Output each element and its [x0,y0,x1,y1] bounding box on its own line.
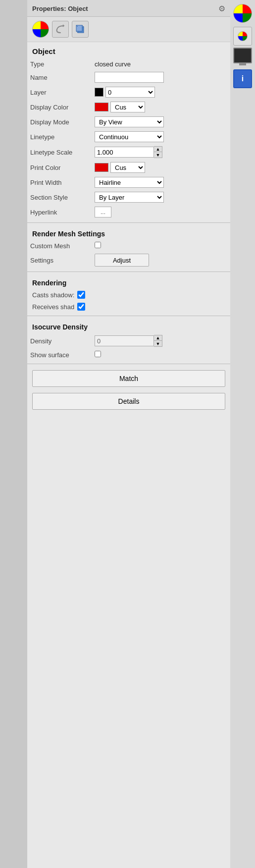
display-mode-row: Display Mode By View [27,114,230,129]
right-icons-panel: i [230,0,255,868]
custom-mesh-check-cell [92,240,230,252]
print-width-row: Print Width Hairline [27,175,230,190]
right-monitor-icon[interactable] [233,48,252,63]
linetype-scale-down[interactable]: ▼ [154,152,162,158]
custom-mesh-label: Custom Mesh [27,240,92,252]
adjust-button[interactable]: Adjust [95,254,149,267]
custom-mesh-row: Custom Mesh [27,240,230,252]
linetype-scale-row: Linetype Scale ▲ ▼ [27,144,230,160]
hyperlink-value-cell: ... [92,205,230,219]
density-value-cell: ▲ ▼ [92,333,230,349]
linetype-scale-label: Linetype Scale [27,144,92,160]
casts-shadow-label: Casts shadow: [32,291,74,299]
casts-shadow-checkbox[interactable] [77,291,85,299]
divider-2 [27,271,230,272]
type-value: closed curve [92,58,230,70]
display-mode-label: Display Mode [27,114,92,129]
display-mode-select[interactable]: By View [95,116,164,127]
casts-shadow-row: Casts shadow: [27,289,230,301]
rendering-title: Rendering [27,275,230,289]
right-color-icon[interactable] [233,27,252,46]
linetype-scale-up[interactable]: ▲ [154,147,162,152]
divider-3 [27,316,230,316]
left-strip [0,0,27,868]
layer-value-cell: 0 [92,85,230,100]
receives-shad-checkbox[interactable] [77,303,85,311]
print-width-value-cell: Hairline [92,175,230,190]
gear-icon[interactable]: ⚙ [218,4,225,13]
properties-table: Type closed curve Name Layer [27,58,230,219]
custom-mesh-checkbox[interactable] [95,242,101,248]
linetype-label: Linetype [27,129,92,144]
hyperlink-label: Hyperlink [27,205,92,219]
color-wheel-icon[interactable] [32,21,49,38]
right-info-icon-wrapper: i [233,69,252,88]
display-color-label: Display Color [27,100,92,114]
show-surface-checkbox[interactable] [95,351,101,357]
receives-shad-row: Receives shad [27,301,230,313]
show-surface-label: Show surface [27,349,92,361]
layer-row: Layer 0 [27,85,230,100]
print-width-select[interactable]: Hairline [95,177,164,188]
display-color-select[interactable]: Cus [110,102,145,112]
layer-color-swatch[interactable] [95,88,103,97]
receives-shad-label: Receives shad [32,303,74,311]
print-color-select[interactable]: Cus [110,162,145,173]
print-color-label: Print Color [27,160,92,175]
display-color-value-cell: Cus [92,100,230,114]
linetype-scale-spinners: ▲ ▼ [154,146,162,158]
density-spinners: ▲ ▼ [154,335,162,347]
print-color-value-cell: Cus [92,160,230,175]
name-label: Name [27,70,92,85]
hyperlink-button[interactable]: ... [95,207,111,217]
icon-row [27,17,230,42]
type-label: Type [27,58,92,70]
linetype-row: Linetype Continuou [27,129,230,144]
section-style-value-cell: By Layer [92,190,230,205]
details-button[interactable]: Details [32,393,225,410]
render-mesh-title: Render Mesh Settings [27,226,230,240]
show-surface-row: Show surface [27,349,230,361]
divider-1 [27,222,230,223]
object-icon-btn[interactable] [72,21,89,38]
layer-label: Layer [27,85,92,100]
density-label: Density [27,333,92,349]
section-style-row: Section Style By Layer [27,190,230,205]
display-mode-value-cell: By View [92,114,230,129]
match-button[interactable]: Match [32,370,225,387]
object-section-title: Object [27,42,230,58]
divider-4 [27,364,230,364]
show-surface-check-cell [92,349,230,361]
hyperlink-row: Hyperlink ... [27,205,230,219]
name-row: Name [27,70,230,85]
right-color-wheel-icon[interactable] [233,4,252,23]
print-color-swatch[interactable] [95,163,108,172]
display-color-row: Display Color Cus [27,100,230,114]
name-input[interactable] [95,72,164,83]
print-color-row: Print Color Cus [27,160,230,175]
right-info-icon[interactable]: i [233,69,252,88]
layer-select[interactable]: 0 [105,87,155,98]
curve-icon-btn[interactable] [52,21,69,38]
section-style-label: Section Style [27,190,92,205]
linetype-select[interactable]: Continuou [95,131,164,142]
linetype-scale-input[interactable] [95,147,154,158]
panel-header: Properties: Object ⚙ [27,0,230,17]
settings-row: Settings Adjust [27,252,230,269]
isocurve-table: Density ▲ ▼ Show surface [27,333,230,361]
density-up[interactable]: ▲ [154,335,162,341]
name-input-cell [92,70,230,85]
settings-label: Settings [27,252,92,269]
linetype-value-cell: Continuou [92,129,230,144]
density-down[interactable]: ▼ [154,341,162,346]
print-width-label: Print Width [27,175,92,190]
display-color-swatch[interactable] [95,103,108,111]
panel-title: Properties: Object [32,5,88,12]
render-mesh-table: Custom Mesh Settings Adjust [27,240,230,269]
main-panel: Properties: Object ⚙ [27,0,230,868]
density-input[interactable] [95,335,154,346]
density-row: Density ▲ ▼ [27,333,230,349]
section-style-select[interactable]: By Layer [95,192,164,203]
linetype-scale-value-cell: ▲ ▼ [92,144,230,160]
isocurve-title: Isocurve Density [27,319,230,333]
